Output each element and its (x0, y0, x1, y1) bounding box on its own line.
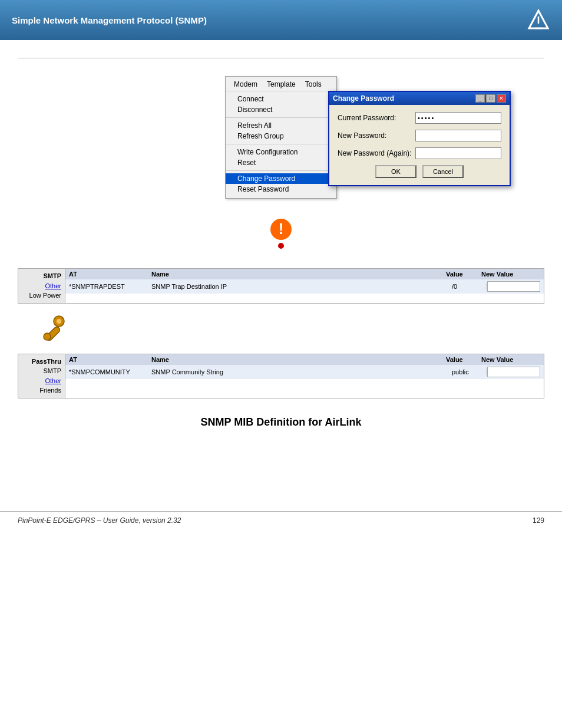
dialog-buttons: OK Cancel (338, 165, 501, 178)
table1-sidebar-other[interactable]: Other (45, 281, 61, 291)
menu-divider-3 (226, 170, 336, 171)
col2-header-at: AT (69, 356, 151, 363)
table-row: *SNMPCOMMUNITY SNMP Community String pub… (65, 365, 544, 379)
page-header: Simple Network Management Protocol (SNMP… (0, 0, 562, 40)
menu-item-refresh-all[interactable]: Refresh All (226, 120, 336, 131)
col-header-at: AT (69, 271, 151, 278)
cell-at-1: *SNMPTRAPDEST (69, 283, 151, 290)
menu-item-connect[interactable]: Connect (226, 94, 336, 104)
page-content: Modem Template Tools Connect Disconnect … (0, 40, 562, 452)
table2-sidebar-other[interactable]: Other (45, 376, 61, 386)
col-header-name: Name (151, 271, 446, 278)
col2-header-value: Value (446, 356, 481, 363)
new-password-label: New Password: (338, 131, 415, 140)
current-password-input[interactable] (415, 112, 501, 124)
table2-sidebar-smtp[interactable]: SMTP (43, 366, 61, 376)
svg-point-5 (278, 243, 284, 249)
cell-name-2: SNMP Community String (151, 368, 452, 375)
warning-icon: ! (268, 216, 295, 251)
menu-item-reset-password[interactable]: Reset Password (226, 184, 336, 195)
header-title: Simple Network Management Protocol (SNMP… (12, 15, 207, 25)
section-heading: SNMP MIB Definition for AirLink (18, 416, 544, 429)
ok-button[interactable]: OK (375, 165, 416, 178)
menu-item-template[interactable]: Template (262, 79, 300, 90)
screenshot-area: Modem Template Tools Connect Disconnect … (18, 76, 544, 199)
current-password-label: Current Password: (338, 114, 415, 122)
menu-bar-header: Modem Template Tools (226, 78, 336, 91)
table2-sidebar-passthru[interactable]: PassThru (32, 357, 61, 367)
col2-header-name: Name (151, 356, 446, 363)
wrench-area (41, 315, 544, 342)
page-footer: PinPoint-E EDGE/GPRS – User Guide, versi… (0, 511, 562, 529)
cell-newval-input-2[interactable] (487, 367, 540, 377)
dialog-titlebar: Change Password _ □ ✕ (329, 92, 510, 105)
dialog-body: Current Password: New Password: New Pass… (329, 105, 510, 185)
menu-item-refresh-group[interactable]: Refresh Group (226, 131, 336, 141)
new-password-again-label: New Password (Again): (338, 149, 415, 157)
menu-item-modem[interactable]: Modem (229, 79, 262, 90)
cell-newval-input-1[interactable] (487, 281, 540, 292)
svg-point-7 (57, 319, 61, 324)
menu-item-reset[interactable]: Reset (226, 157, 336, 168)
menu-bar: Modem Template Tools Connect Disconnect … (225, 76, 337, 199)
menu-container: Modem Template Tools Connect Disconnect … (225, 76, 337, 199)
col-header-value: Value (446, 271, 481, 278)
table1-sidebar-smtp[interactable]: SMTP (43, 271, 61, 281)
table1-main: AT Name Value New Value *SNMPTRAPDEST SN… (65, 269, 544, 303)
table1-sidebar: SMTP Other Low Power (18, 269, 65, 303)
table2-col-headers: AT Name Value New Value (65, 354, 544, 365)
table2-main: AT Name Value New Value *SNMPCOMMUNITY S… (65, 354, 544, 398)
current-password-row: Current Password: (338, 112, 501, 124)
table2-sidebar: PassThru SMTP Other Friends (18, 354, 65, 398)
menu-item-change-password[interactable]: Change Password (226, 173, 336, 184)
wrench-icon (41, 315, 68, 342)
menu-divider-2 (226, 144, 336, 144)
new-password-again-row: New Password (Again): (338, 147, 501, 159)
svg-point-9 (44, 333, 51, 340)
dialog-maximize-button[interactable]: □ (486, 94, 495, 103)
table1: SMTP Other Low Power AT Name Value New V… (18, 268, 544, 304)
cancel-button[interactable]: Cancel (422, 165, 464, 178)
new-password-row: New Password: (338, 130, 501, 141)
svg-text:!: ! (278, 220, 283, 238)
cell-at-2: *SNMPCOMMUNITY (69, 368, 151, 375)
table2: PassThru SMTP Other Friends AT Name Valu… (18, 354, 544, 398)
table2-sidebar-friends[interactable]: Friends (39, 386, 61, 396)
airlink-logo-icon (527, 8, 550, 32)
cell-name-1: SNMP Trap Destination IP (151, 283, 452, 290)
dialog-controls: _ □ ✕ (475, 94, 506, 103)
top-divider (18, 58, 544, 58)
cell-value-2: public (452, 368, 487, 375)
dialog-close-button[interactable]: ✕ (497, 94, 506, 103)
new-password-input[interactable] (415, 130, 501, 141)
footer-text: PinPoint-E EDGE/GPRS – User Guide, versi… (18, 516, 181, 525)
footer-page: 129 (533, 516, 544, 525)
table1-col-headers: AT Name Value New Value (65, 269, 544, 279)
col-header-newval: New Value (481, 271, 540, 278)
change-password-dialog: Change Password _ □ ✕ Current Password: … (328, 91, 511, 186)
cell-value-1: /0 (452, 283, 487, 290)
dialog-minimize-button[interactable]: _ (475, 94, 485, 103)
new-password-again-input[interactable] (415, 147, 501, 159)
menu-item-write-config[interactable]: Write Configuration (226, 147, 336, 157)
table1-sidebar-lowpower[interactable]: Low Power (29, 291, 61, 301)
dialog-title: Change Password (333, 94, 394, 103)
menu-item-disconnect[interactable]: Disconnect (226, 104, 336, 115)
col2-header-newval: New Value (481, 356, 540, 363)
menu-divider-1 (226, 117, 336, 118)
warning-area: ! (18, 216, 544, 251)
table-row: *SNMPTRAPDEST SNMP Trap Destination IP /… (65, 279, 544, 294)
menu-item-tools[interactable]: Tools (300, 79, 326, 90)
